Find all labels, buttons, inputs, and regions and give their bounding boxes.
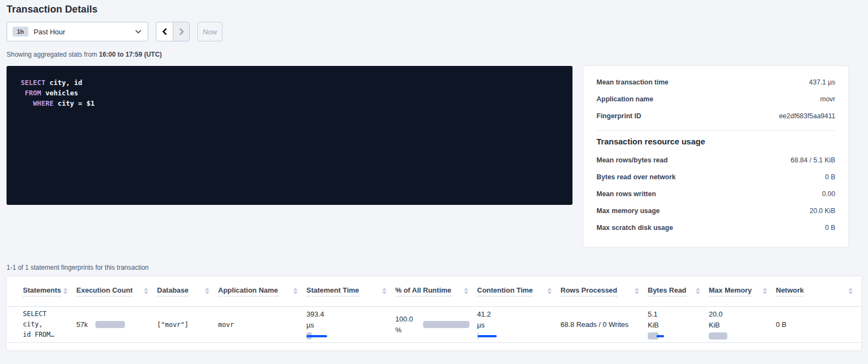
summary-label: Max memory usage: [596, 207, 660, 215]
table-header-row: Statements Execution Count Database Appl…: [7, 276, 861, 306]
summary-divider: [596, 130, 835, 131]
summary-row-max-scratch-disk-usage: Max scratch disk usage 0 B: [596, 219, 835, 236]
statements-table: Statements Execution Count Database Appl…: [7, 276, 861, 343]
runtime-pct-bar: [423, 321, 469, 328]
column-header-statement-time[interactable]: Statement Time: [306, 286, 359, 296]
summary-value: 0 B: [825, 173, 835, 181]
next-time-window-button[interactable]: [173, 22, 190, 41]
statement-time-bar: [306, 332, 328, 339]
column-header-bytes-read[interactable]: Bytes Read: [648, 286, 686, 296]
contention-time-bar: [477, 332, 498, 339]
transaction-summary-card: Mean transaction time 437.1 µs Applicati…: [583, 66, 848, 247]
summary-label: Max scratch disk usage: [596, 224, 673, 232]
sort-icon[interactable]: [143, 287, 149, 295]
column-header-database[interactable]: Database: [157, 286, 189, 296]
summary-label: Fingerprint ID: [596, 112, 641, 120]
summary-label: Mean rows/bytes read: [596, 156, 668, 164]
page-title: Transaction Details: [7, 4, 861, 15]
sql-line: SELECT city, id: [21, 77, 558, 88]
time-window-nav: [156, 22, 190, 41]
summary-label: Application name: [596, 95, 653, 103]
time-controls: 1h Past Hour Now: [7, 22, 861, 41]
sort-icon[interactable]: [204, 287, 210, 295]
column-header-contention-time[interactable]: Contention Time: [477, 286, 533, 296]
previous-time-window-button[interactable]: [156, 22, 173, 41]
chevron-left-icon: [162, 28, 167, 35]
summary-value: 20.0 KiB: [810, 207, 835, 215]
stats-range-value: 16:00 to 17:59 (UTC): [99, 51, 161, 58]
statements-table-card: Statements Execution Count Database Appl…: [7, 276, 861, 350]
column-header-runtime-pct[interactable]: % of All Runtime: [395, 286, 451, 296]
summary-value: 0.00: [822, 190, 835, 198]
sort-icon[interactable]: [62, 287, 69, 295]
chevron-right-icon: [179, 28, 184, 35]
sql-keyword: FROM: [25, 89, 41, 97]
summary-label: Mean rows written: [596, 190, 656, 198]
sql-keyword: WHERE: [33, 99, 54, 107]
sort-icon[interactable]: [292, 287, 299, 295]
summary-value: 0 B: [825, 224, 835, 232]
max-memory-cell: 20.0 KiB: [709, 310, 768, 339]
transaction-details-page: Transaction Details 1h Past Hour Now Sho: [0, 0, 868, 350]
summary-row-bytes-read-over-network: Bytes read over network 0 B: [596, 168, 835, 185]
chevron-down-icon: [135, 29, 141, 34]
column-header-statements[interactable]: Statements: [23, 286, 61, 296]
column-header-application-name[interactable]: Application Name: [218, 286, 278, 296]
sort-icon[interactable]: [546, 287, 553, 295]
summary-value: 68.84 / 5.1 KiB: [791, 156, 835, 164]
sort-icon[interactable]: [381, 287, 388, 295]
summary-row-fingerprint-id: Fingerprint ID ee2df683f5aa9411: [596, 107, 835, 124]
summary-value: ee2df683f5aa9411: [779, 112, 835, 120]
summary-value: 437.1 µs: [809, 78, 835, 86]
sort-icon[interactable]: [847, 287, 854, 295]
statement-time-cell: 393.4 µs: [306, 310, 388, 339]
sort-icon[interactable]: [762, 287, 768, 295]
time-range-dropdown[interactable]: 1h Past Hour: [7, 22, 148, 41]
bytes-read-bar: [648, 332, 666, 339]
transaction-sql-statement: SELECT city, id FROM vehicles WHERE city…: [7, 66, 572, 205]
summary-row-mean-transaction-time: Mean transaction time 437.1 µs: [596, 74, 835, 90]
summary-row-mean-rows-written: Mean rows written 0.00: [596, 185, 835, 202]
contention-time-cell: 41.2 µs: [477, 310, 553, 339]
sql-line: WHERE city = $1: [21, 98, 558, 108]
application-name-cell: movr: [218, 321, 234, 329]
summary-row-mean-rows-bytes-read: Mean rows/bytes read 68.84 / 5.1 KiB: [596, 151, 835, 168]
statement-fingerprint-link[interactable]: SELECT city, id FROM…: [23, 309, 69, 340]
summary-row-application-name: Application name movr: [596, 90, 835, 107]
max-memory-bar: [709, 332, 727, 339]
summary-label: Mean transaction time: [596, 78, 668, 86]
runtime-pct-cell: 100.0 %: [395, 314, 469, 335]
bytes-read-cell: 5.1 KiB: [648, 310, 701, 339]
execution-count-bar: [95, 321, 125, 328]
summary-value: movr: [820, 95, 835, 103]
statements-table-caption: 1-1 of 1 statement fingerprints for this…: [7, 264, 861, 271]
database-cell: ["movr"]: [157, 321, 189, 329]
column-header-rows-processed[interactable]: Rows Processed: [560, 286, 617, 296]
execution-count-cell: 57k: [76, 320, 149, 329]
summary-row-max-memory-usage: Max memory usage 20.0 KiB: [596, 202, 835, 219]
sql-line: FROM vehicles: [21, 88, 558, 98]
statement-row: SELECT city, id FROM… 57k ["movr"] movr: [7, 306, 861, 342]
sort-icon[interactable]: [634, 287, 640, 295]
column-header-execution-count[interactable]: Execution Count: [76, 286, 132, 296]
summary-label: Bytes read over network: [596, 173, 676, 181]
sort-icon[interactable]: [463, 287, 469, 295]
rows-processed-cell: 68.8 Reads / 0 Writes: [560, 320, 629, 329]
time-range-label: Past Hour: [34, 28, 135, 36]
interval-badge: 1h: [13, 27, 28, 37]
stats-range-prefix: Showing aggregated stats from: [7, 51, 97, 58]
aggregated-stats-range: Showing aggregated stats from 16:00 to 1…: [7, 51, 861, 58]
now-button[interactable]: Now: [197, 22, 222, 41]
sort-icon[interactable]: [695, 287, 701, 295]
network-cell: 0 B: [776, 320, 787, 329]
resource-usage-heading: Transaction resource usage: [596, 137, 835, 146]
sql-keyword: SELECT: [21, 78, 45, 87]
column-header-network[interactable]: Network: [776, 286, 804, 296]
column-header-max-memory[interactable]: Max Memory: [709, 286, 752, 296]
